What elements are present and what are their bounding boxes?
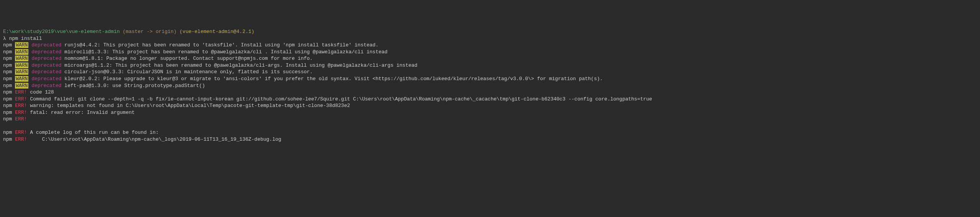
err-badge: ERR!	[15, 116, 27, 122]
warn-badge: WARN	[15, 83, 28, 89]
warn-badge: WARN	[15, 49, 28, 55]
warn-line: npm WARN deprecated kleur@2.0.2: Please …	[3, 76, 977, 82]
err-msg: A complete log of this run can be found …	[30, 130, 158, 135]
command-text: npm install	[9, 36, 42, 41]
warn-msg: kleur@2.0.2: Please upgrade to kleur@3 o…	[64, 76, 603, 82]
npm-label: npm	[3, 130, 12, 135]
deprecated-label: deprecated	[31, 62, 61, 68]
warn-msg: runjs@4.4.2: This project has been renam…	[64, 42, 378, 48]
err-line: npm ERR! C:\Users\root\AppData\Roaming\n…	[3, 136, 977, 143]
warn-line: npm WARN deprecated left-pad@1.3.0: use …	[3, 82, 977, 89]
prompt-branch: (master -> origin)	[123, 29, 176, 35]
err-line: npm ERR!	[3, 116, 977, 123]
warn-badge: WARN	[15, 56, 28, 61]
npm-label: npm	[3, 69, 12, 75]
err-badge: ERR!	[15, 130, 27, 135]
npm-label: npm	[3, 103, 12, 108]
err-badge: ERR!	[15, 136, 27, 142]
npm-label: npm	[3, 76, 12, 82]
err-line: npm ERR! warning: templates not found in…	[3, 102, 977, 109]
deprecated-label: deprecated	[31, 76, 61, 82]
warn-msg: nomnom@1.8.1: Package no longer supporte…	[64, 56, 313, 61]
err-badge: ERR!	[15, 110, 27, 115]
warn-badge: WARN	[15, 62, 28, 68]
err-line: npm ERR! fatal: read error: Invalid argu…	[3, 109, 977, 116]
terminal-output[interactable]: E:\work\study2019\vue\vue-element-admin …	[3, 28, 977, 143]
err-line: npm ERR! Command failed: git clone --dep…	[3, 96, 977, 103]
warn-line: npm WARN deprecated microcli@1.3.3: This…	[3, 49, 977, 56]
blank-line	[3, 123, 977, 130]
npm-label: npm	[3, 89, 12, 95]
err-badge: ERR!	[15, 89, 27, 95]
deprecated-label: deprecated	[31, 49, 61, 55]
npm-label: npm	[3, 42, 12, 48]
err-msg: Command failed: git clone --depth=1 -q -…	[30, 96, 652, 102]
warn-msg: left-pad@1.3.0: use String.prototype.pad…	[64, 83, 205, 89]
err-msg: code 128	[30, 89, 54, 95]
prompt-line: E:\work\study2019\vue\vue-element-admin …	[3, 28, 977, 35]
prompt-version: (vue-element-admin@4.2.1)	[179, 29, 254, 35]
err-badge: ERR!	[15, 96, 27, 102]
deprecated-label: deprecated	[31, 69, 61, 75]
err-msg: warning: templates not found in C:\Users…	[30, 103, 350, 108]
npm-label: npm	[3, 136, 12, 142]
command-line: λ npm install	[3, 35, 977, 42]
warn-msg: microcli@1.3.3: This project has been re…	[64, 49, 388, 55]
npm-label: npm	[3, 116, 12, 122]
deprecated-label: deprecated	[31, 42, 61, 48]
npm-label: npm	[3, 96, 12, 102]
warn-line: npm WARN deprecated runjs@4.4.2: This pr…	[3, 42, 977, 49]
prompt-symbol: λ	[3, 36, 6, 41]
warn-line: npm WARN deprecated nomnom@1.8.1: Packag…	[3, 55, 977, 62]
err-line: npm ERR! code 128	[3, 89, 977, 96]
warn-line: npm WARN deprecated circular-json@0.3.3:…	[3, 69, 977, 76]
warn-badge: WARN	[15, 69, 28, 75]
warn-badge: WARN	[15, 42, 28, 48]
npm-label: npm	[3, 62, 12, 68]
warn-msg: circular-json@0.3.3: CircularJSON is in …	[64, 69, 313, 75]
npm-label: npm	[3, 110, 12, 115]
deprecated-label: deprecated	[31, 56, 61, 61]
npm-label: npm	[3, 56, 12, 61]
warn-line: npm WARN deprecated microargs@1.1.2: Thi…	[3, 62, 977, 69]
warn-msg: microargs@1.1.2: This project has been r…	[64, 62, 418, 68]
err-badge: ERR!	[15, 103, 27, 108]
err-msg: C:\Users\root\AppData\Roaming\npm-cache\…	[30, 136, 281, 142]
warn-badge: WARN	[15, 76, 28, 82]
npm-label: npm	[3, 83, 12, 89]
npm-label: npm	[3, 49, 12, 55]
err-msg: fatal: read error: Invalid argument	[30, 110, 135, 115]
err-line: npm ERR! A complete log of this run can …	[3, 129, 977, 136]
prompt-path: E:\work\study2019\vue\vue-element-admin	[3, 29, 120, 35]
deprecated-label: deprecated	[31, 83, 61, 89]
